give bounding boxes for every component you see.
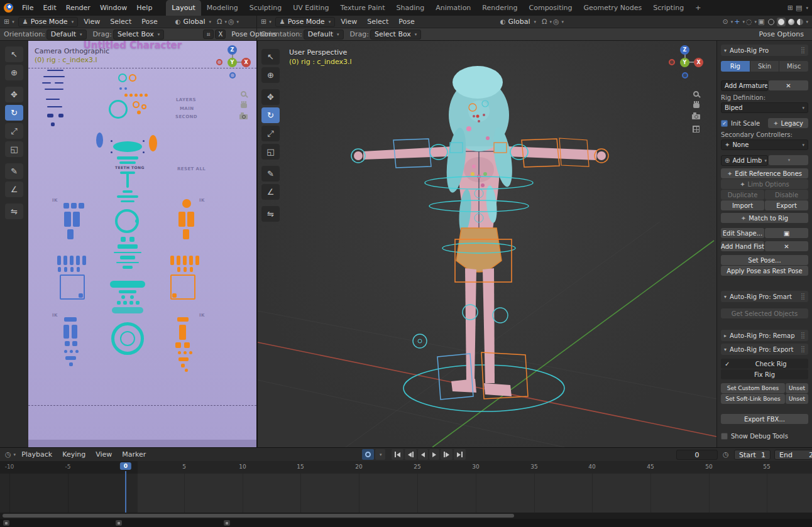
transform-orientation-select[interactable]: ◐ Global ▾ bbox=[171, 17, 216, 27]
jump-to-start-button[interactable] bbox=[392, 449, 403, 460]
duplicate-button[interactable]: Duplicate bbox=[721, 190, 764, 200]
menu-pose[interactable]: Pose bbox=[137, 16, 162, 27]
mirror-x-toggle[interactable]: X bbox=[215, 30, 226, 39]
proportional-edit-icon[interactable]: ◎ bbox=[553, 18, 559, 25]
snap-magnet-icon[interactable]: Ω bbox=[217, 18, 222, 25]
chevron-down-icon[interactable]: ▾ bbox=[237, 19, 239, 24]
menu-view[interactable]: View bbox=[91, 449, 116, 460]
panel-grip-icon[interactable]: ⣿ bbox=[801, 332, 805, 339]
rig-definition-dropdown[interactable]: Biped ▾ bbox=[721, 102, 808, 113]
second-label[interactable]: SECOND bbox=[175, 114, 197, 119]
scrollbar-thumb[interactable] bbox=[3, 514, 514, 518]
tong-label[interactable]: TONG bbox=[131, 165, 145, 170]
disable-button[interactable]: Disable bbox=[765, 190, 808, 200]
playhead-line[interactable] bbox=[125, 471, 126, 513]
tool-scale[interactable]: ⤢ bbox=[5, 123, 23, 139]
pose-options-menu[interactable]: Pose Options bbox=[755, 29, 808, 40]
axis-y-ball[interactable]: Y bbox=[228, 58, 237, 67]
transform-orientation-select[interactable]: ◐ Global ▾ bbox=[496, 17, 540, 27]
tab-scripting[interactable]: Scripting bbox=[647, 0, 689, 16]
axis-minus-z-ball[interactable] bbox=[682, 72, 688, 79]
ortho-toggle-icon[interactable] bbox=[693, 126, 700, 133]
tool-measure[interactable]: ∠ bbox=[261, 184, 280, 200]
chevron-down-icon[interactable]: ▾ bbox=[742, 19, 745, 24]
secondary-controllers-dropdown[interactable]: ✦ None ▾ bbox=[721, 139, 808, 150]
set-custom-bones-button[interactable]: Set Custom Bones bbox=[721, 383, 785, 393]
orientation-dropdown[interactable]: Default ▾ bbox=[47, 30, 87, 40]
shading-wireframe-icon[interactable] bbox=[768, 19, 774, 25]
apply-pose-button[interactable]: Apply Pose as Rest Pose bbox=[721, 266, 808, 276]
menu-select[interactable]: Select bbox=[363, 16, 393, 27]
export-fbx-button[interactable]: Export FBX... bbox=[721, 414, 808, 424]
show-debug-tools-checkbox[interactable]: Show Debug Tools bbox=[721, 433, 808, 440]
play-button[interactable] bbox=[429, 449, 439, 460]
current-frame-field[interactable]: 0 bbox=[676, 450, 718, 460]
panel-header-smart[interactable]: ▾ Auto-Rig Pro: Smart ⣿ bbox=[721, 291, 808, 302]
tool-measure[interactable]: ∠ bbox=[5, 182, 23, 197]
marker-icon[interactable] bbox=[224, 520, 230, 526]
shading-rendered-icon[interactable] bbox=[797, 19, 803, 25]
shape-picker-button[interactable]: ▣ bbox=[765, 228, 808, 238]
menu-window[interactable]: Window bbox=[96, 3, 131, 13]
tool-select-box[interactable]: ↖ bbox=[261, 49, 280, 65]
menu-view[interactable]: View bbox=[336, 16, 361, 27]
axis-x-ball[interactable]: X bbox=[694, 58, 703, 67]
tool-rotate[interactable]: ↻ bbox=[261, 107, 280, 123]
tab-texture-paint[interactable]: Texture Paint bbox=[335, 0, 391, 16]
menu-help[interactable]: Help bbox=[132, 3, 156, 13]
gizmos-icon[interactable]: + bbox=[734, 18, 740, 25]
legacy-button[interactable]: ✦ Legacy bbox=[768, 118, 808, 128]
menu-edit[interactable]: Edit bbox=[38, 3, 60, 13]
tool-move[interactable]: ✥ bbox=[5, 87, 23, 102]
frame-start-field[interactable]: Start 1 bbox=[734, 450, 771, 460]
menu-render[interactable]: Render bbox=[62, 3, 95, 13]
panel-header-remap[interactable]: ▸ Auto-Rig Pro: Remap ⣿ bbox=[721, 330, 808, 341]
clear-hand-fist-button[interactable]: ✕ bbox=[765, 241, 808, 251]
chevron-down-icon[interactable]: ▾ bbox=[806, 6, 808, 11]
menu-select[interactable]: Select bbox=[106, 16, 136, 27]
play-reverse-button[interactable] bbox=[418, 449, 428, 460]
tool-cursor[interactable]: ⊕ bbox=[261, 67, 280, 83]
proportional-edit-icon[interactable]: ◎ bbox=[228, 18, 234, 25]
shading-material-icon[interactable] bbox=[788, 19, 794, 25]
viewport-3d-content[interactable] bbox=[258, 41, 716, 447]
axis-minus-x-ball[interactable] bbox=[216, 59, 222, 65]
snap-magnet-icon[interactable]: Ω bbox=[542, 18, 547, 25]
add-workspace-button[interactable]: + bbox=[689, 0, 706, 16]
editor-type-icon[interactable]: ⊞ bbox=[261, 18, 266, 25]
editor-corner-icon[interactable] bbox=[3, 520, 9, 526]
tab-compositing[interactable]: Compositing bbox=[524, 0, 578, 16]
tab-rig[interactable]: Rig bbox=[721, 61, 750, 72]
snap-base-icon[interactable]: ⌗ bbox=[203, 30, 214, 39]
frame-end-field[interactable]: End 250 bbox=[774, 450, 812, 460]
zoom-icon[interactable] bbox=[241, 91, 246, 97]
limb-options-button[interactable]: ✦ Limb Options bbox=[721, 179, 808, 189]
unset-softlink-bones-button[interactable]: Unset bbox=[786, 394, 808, 404]
unset-custom-bones-button[interactable]: Unset bbox=[786, 383, 808, 393]
init-scale-checkbox[interactable]: ✓ Init Scale bbox=[721, 120, 765, 127]
timeline-editor-icon[interactable]: ◷ bbox=[5, 451, 11, 458]
picker-viewport[interactable]: Untitled Character Camera Orthographic (… bbox=[28, 41, 256, 447]
playhead-current-frame[interactable]: 0 bbox=[120, 462, 131, 470]
export-button[interactable]: Export bbox=[765, 200, 808, 210]
set-pose-button[interactable]: Set Pose... bbox=[721, 255, 808, 265]
check-rig-toggle[interactable]: ✓ Check Rig bbox=[721, 359, 808, 369]
axis-minus-x-ball[interactable] bbox=[669, 59, 675, 65]
tab-uv-editing[interactable]: UV Editing bbox=[287, 0, 334, 16]
axis-y-ball[interactable]: Y bbox=[680, 58, 689, 67]
fix-rig-button[interactable]: Fix Rig bbox=[721, 369, 808, 379]
tool-move[interactable]: ✥ bbox=[261, 89, 280, 105]
tool-select-box[interactable]: ↖ bbox=[5, 46, 23, 62]
edit-reference-bones-button[interactable]: ✦ Edit Reference Bones bbox=[721, 168, 808, 178]
zoom-icon[interactable] bbox=[693, 91, 699, 97]
panel-grip-icon[interactable]: ⣿ bbox=[801, 346, 805, 352]
next-keyframe-button[interactable] bbox=[441, 449, 453, 460]
chevron-down-icon[interactable]: ▾ bbox=[562, 19, 564, 24]
main-label[interactable]: MAIN bbox=[180, 106, 194, 111]
tab-animation[interactable]: Animation bbox=[430, 0, 476, 16]
tool-pose-breakdowner[interactable]: ⇋ bbox=[5, 204, 23, 219]
tab-sculpting[interactable]: Sculpting bbox=[244, 0, 287, 16]
drag-dropdown[interactable]: Select Box ▾ bbox=[370, 30, 421, 40]
menu-keying[interactable]: Keying bbox=[58, 449, 90, 460]
tab-modeling[interactable]: Modeling bbox=[201, 0, 244, 16]
